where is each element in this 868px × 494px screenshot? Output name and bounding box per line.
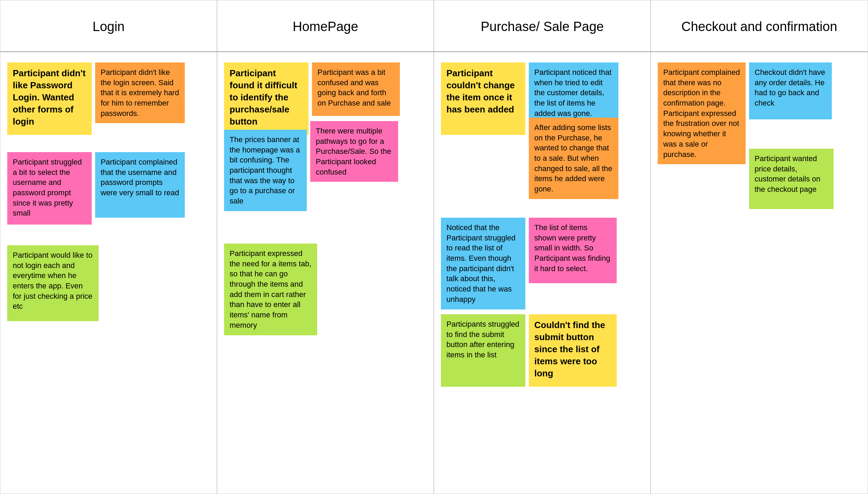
note-n16: Participants struggled to find the submi… (441, 314, 525, 387)
note-n6: Participant found it difficult to identi… (224, 62, 309, 135)
note-n13: After adding some lists on the Purchase,… (529, 118, 618, 199)
note-n19: Checkout didn't have any order details. … (749, 62, 832, 119)
column-checkout: Checkout and confirmationParticipant com… (651, 0, 868, 494)
note-n17: Couldn't find the submit button since th… (529, 314, 617, 387)
note-n12: Participant noticed that when he tried t… (529, 62, 618, 123)
note-n1: Participant didn't like Password Login. … (7, 62, 92, 135)
note-n2: Participant didn't like the login screen… (95, 62, 185, 123)
note-n8: The prices banner at the homepage was a … (224, 130, 307, 211)
col-body-purchase: Participant couldn't change the item onc… (434, 52, 650, 494)
col-header-purchase: Purchase/ Sale Page (434, 0, 650, 52)
column-login: LoginParticipant didn't like Password Lo… (0, 0, 217, 494)
note-n5: Participant would like to not login each… (7, 245, 99, 321)
affinity-board: LoginParticipant didn't like Password Lo… (0, 0, 868, 494)
col-body-checkout: Participant complained that there was no… (651, 52, 868, 494)
note-n9: There were multiple pathways to go for a… (310, 121, 398, 182)
note-n10: Participant expressed the need for a ite… (224, 244, 317, 335)
note-n14: Noticed that the Participant struggled t… (441, 218, 525, 309)
note-n15: The list of items shown were pretty smal… (529, 218, 617, 283)
column-purchase: Purchase/ Sale PageParticipant couldn't … (434, 0, 651, 494)
col-header-homepage: HomePage (217, 0, 434, 52)
col-body-homepage: Participant found it difficult to identi… (217, 52, 434, 494)
col-header-checkout: Checkout and confirmation (651, 0, 868, 52)
note-n3: Participant struggled a bit to select th… (7, 152, 92, 225)
note-n20: Participant wanted price details, custom… (749, 149, 834, 209)
note-n4: Participant complained that the username… (95, 152, 185, 218)
column-homepage: HomePageParticipant found it difficult t… (217, 0, 434, 494)
note-n7: Participant was a bit confused and was g… (312, 62, 400, 116)
note-n18: Participant complained that there was no… (658, 62, 746, 164)
note-n11: Participant couldn't change the item onc… (441, 62, 525, 135)
col-header-login: Login (0, 0, 217, 52)
col-body-login: Participant didn't like Password Login. … (0, 52, 217, 494)
